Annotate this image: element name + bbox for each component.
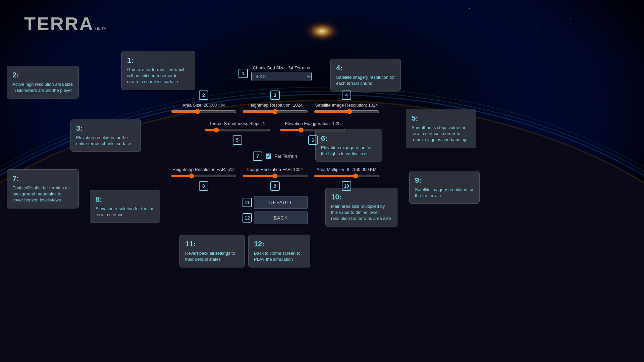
badge-11: 11 — [243, 198, 252, 207]
tooltip-2-desc: Active high resolution area size in kilo… — [12, 81, 73, 94]
default-button-row: 11 DEFAULT — [243, 196, 308, 209]
tooltip-5: 5: Smoothness steps value for terrain su… — [406, 109, 476, 148]
logo-subtitle: UNITY — [95, 27, 106, 31]
badge-12: 12 — [243, 213, 252, 223]
area-size-slider[interactable] — [171, 109, 236, 114]
far-heightmap-label: Heightmap Resolution FAR: 512 — [172, 167, 235, 172]
badge-8: 8 — [199, 181, 208, 191]
badge-2: 2 — [199, 90, 208, 100]
badge-5: 5 — [233, 135, 242, 145]
badge-9: 9 — [270, 181, 280, 191]
tooltip-1-num: 1: — [127, 56, 190, 65]
tooltip-9: 9: Satellite imagery resolution for the … — [409, 171, 480, 204]
tooltip-5-num: 5: — [412, 114, 471, 123]
badge-7: 7 — [253, 152, 262, 161]
tooltip-12-desc: Back to Home screen to PLAY the simulati… — [254, 250, 305, 262]
far-image-label: Image Resolution FAR: 1024 — [247, 167, 303, 172]
tooltip-3-num: 3: — [76, 124, 135, 133]
far-heightmap-slider[interactable] — [171, 173, 236, 179]
area-size-label: Area Size: 20.000 KM — [182, 103, 225, 108]
tooltip-2-num: 2: — [12, 71, 73, 79]
default-button[interactable]: DEFAULT — [254, 196, 308, 209]
tooltip-9-num: 9: — [415, 176, 474, 185]
far-terrain-checkbox[interactable] — [266, 154, 271, 159]
badge-1: 1 — [238, 69, 248, 78]
tooltip-9-desc: Satellite imagery resolution for the far… — [415, 187, 474, 199]
tooltip-7-num: 7: — [12, 174, 73, 183]
sat-image-slider[interactable] — [314, 109, 379, 114]
app-logo: TERRAUNITY — [23, 13, 106, 40]
logo-text: TERRA — [24, 13, 94, 34]
tooltip-3-desc: Elevation resolution for the entire terr… — [76, 135, 135, 147]
tooltip-11-desc: Revert back all settings to their defaul… — [185, 250, 239, 262]
tooltip-11-num: 11: — [185, 240, 239, 248]
back-button[interactable]: BACK — [254, 212, 308, 224]
tooltip-7-desc: Enable/Disable far terrains as backgroun… — [12, 185, 73, 203]
tooltip-12-num: 12: — [254, 240, 305, 248]
badge-4: 4 — [342, 90, 351, 100]
back-button-row: 12 BACK — [243, 212, 308, 224]
tooltip-2: 2: Active high resolution area size in k… — [7, 66, 79, 99]
chunk-grid-dropdown[interactable]: 8 x 8 4 x 4 6 x 6 10 x 10 — [251, 72, 312, 81]
area-multiplier-label: Area Multiplier: 8 - 160.000 KM — [316, 167, 376, 172]
far-terrain-label: Far Terrain — [274, 154, 297, 159]
elevation-exag-slider[interactable] — [280, 127, 345, 133]
heightmap-res-label: Heightmap Resolution: 1024 — [248, 103, 303, 108]
smoothness-label: Terrain Smoothness Steps: 1 — [209, 121, 265, 126]
area-multiplier-slider[interactable] — [314, 173, 379, 179]
tooltip-3: 3: Elevation resolution for the entire t… — [70, 119, 141, 152]
tooltip-8-num: 8: — [96, 195, 155, 204]
smoothness-slider[interactable] — [205, 127, 270, 133]
tooltip-7: 7: Enable/Disable far terrains as backgr… — [7, 169, 79, 208]
sat-image-res-label: Satellite Image Resolution: 1024 — [315, 103, 378, 108]
badge-10: 10 — [342, 181, 351, 191]
tooltip-12: 12: Back to Home screen to PLAY the simu… — [248, 235, 310, 267]
tooltip-8-desc: Elevation resolution for the far terrain… — [96, 206, 155, 218]
badge-3: 3 — [270, 90, 280, 100]
far-image-slider[interactable] — [243, 173, 308, 179]
tooltip-11: 11: Revert back all settings to their de… — [179, 235, 245, 267]
tooltip-5-desc: Smoothness steps value for terrain surfa… — [412, 125, 471, 143]
dropdown-label: Chunk Grid Size - 64 Terrains — [253, 65, 310, 70]
elevation-exag-label: Elevation Exaggeration: 1.25 — [285, 121, 340, 126]
heightmap-res-slider[interactable] — [243, 109, 308, 114]
badge-6: 6 — [308, 135, 318, 145]
